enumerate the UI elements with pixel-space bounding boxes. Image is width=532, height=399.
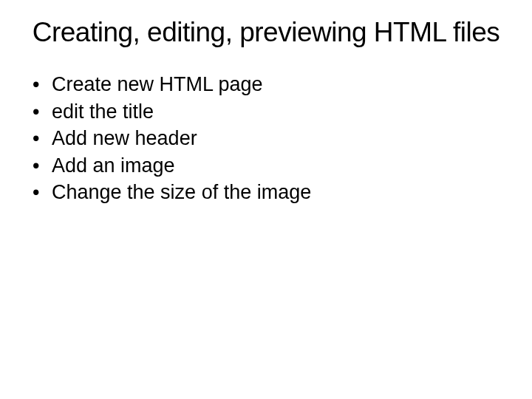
bullet-text: Add new header [52, 125, 511, 151]
bullet-icon: • [30, 98, 52, 125]
list-item: • edit the title [30, 98, 511, 125]
list-item: • Change the size of the image [30, 179, 511, 205]
bullet-text: edit the title [52, 98, 511, 125]
list-item: • Add an image [30, 152, 511, 179]
bullet-list: • Create new HTML page • edit the title … [21, 71, 511, 205]
bullet-text: Add an image [52, 152, 511, 179]
bullet-text: Change the size of the image [52, 179, 511, 205]
bullet-text: Create new HTML page [52, 71, 511, 98]
bullet-icon: • [30, 71, 52, 98]
slide-title: Creating, editing, previewing HTML files [21, 16, 511, 49]
list-item: • Create new HTML page [30, 71, 511, 98]
bullet-icon: • [30, 179, 52, 205]
bullet-icon: • [30, 152, 52, 179]
list-item: • Add new header [30, 125, 511, 151]
bullet-icon: • [30, 125, 52, 151]
